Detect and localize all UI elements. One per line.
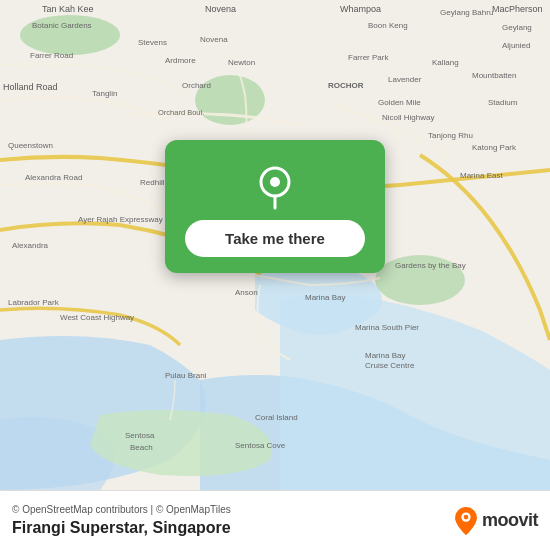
svg-text:Queenstown: Queenstown xyxy=(8,141,53,150)
svg-text:MacPherson: MacPherson xyxy=(492,4,543,14)
svg-text:Golden Mile: Golden Mile xyxy=(378,98,421,107)
svg-text:Stadium: Stadium xyxy=(488,98,518,107)
svg-text:Marina East: Marina East xyxy=(460,171,503,180)
svg-text:Botanic Gardens: Botanic Gardens xyxy=(32,21,92,30)
svg-text:Marina South Pier: Marina South Pier xyxy=(355,323,419,332)
svg-text:Tanjong Rhu: Tanjong Rhu xyxy=(428,131,473,140)
map[interactable]: Tan Kah Kee Novena Whampoa MacPherson Bo… xyxy=(0,0,550,490)
svg-text:Tan Kah Kee: Tan Kah Kee xyxy=(42,4,94,14)
svg-text:Marina Bay: Marina Bay xyxy=(305,293,345,302)
moovit-brand-text: moovit xyxy=(482,510,538,531)
svg-text:Kallang: Kallang xyxy=(432,58,459,67)
svg-text:Orchard Boul.: Orchard Boul. xyxy=(158,108,204,117)
svg-text:Newton: Newton xyxy=(228,58,255,67)
svg-text:Boon Keng: Boon Keng xyxy=(368,21,408,30)
svg-text:Farrer Road: Farrer Road xyxy=(30,51,73,60)
svg-text:Holland Road: Holland Road xyxy=(3,82,58,92)
bottom-bar: © OpenStreetMap contributors | © OpenMap… xyxy=(0,490,550,550)
svg-text:Alexandra Road: Alexandra Road xyxy=(25,173,82,182)
location-popup: Take me there xyxy=(165,140,385,273)
svg-text:Katong Park: Katong Park xyxy=(472,143,517,152)
svg-text:Tanglin: Tanglin xyxy=(92,89,117,98)
svg-text:Cruise Centre: Cruise Centre xyxy=(365,361,415,370)
svg-text:Lavender: Lavender xyxy=(388,75,422,84)
svg-text:Redhill: Redhill xyxy=(140,178,165,187)
svg-text:Pulau Brani: Pulau Brani xyxy=(165,371,207,380)
svg-text:Aljunied: Aljunied xyxy=(502,41,530,50)
svg-text:ROCHOR: ROCHOR xyxy=(328,81,364,90)
svg-text:Beach: Beach xyxy=(130,443,153,452)
svg-text:Coral Island: Coral Island xyxy=(255,413,298,422)
take-me-there-button[interactable]: Take me there xyxy=(185,220,365,257)
svg-text:Geylang Bahru: Geylang Bahru xyxy=(440,8,493,17)
svg-text:Alexandra: Alexandra xyxy=(12,241,49,250)
svg-text:Anson: Anson xyxy=(235,288,258,297)
svg-text:Ardmore: Ardmore xyxy=(165,56,196,65)
svg-text:West Coast Highway: West Coast Highway xyxy=(60,313,134,322)
moovit-logo: moovit xyxy=(452,507,538,535)
svg-text:Sentosa Cove: Sentosa Cove xyxy=(235,441,286,450)
svg-text:Novena: Novena xyxy=(205,4,236,14)
moovit-pin-icon xyxy=(452,507,480,535)
svg-text:Mountbatten: Mountbatten xyxy=(472,71,516,80)
pin-icon xyxy=(250,160,300,210)
svg-text:Ayer Rajah Expressway: Ayer Rajah Expressway xyxy=(78,215,163,224)
svg-text:Nicoll Highway: Nicoll Highway xyxy=(382,113,434,122)
svg-point-58 xyxy=(464,514,469,519)
svg-text:Marina Bay: Marina Bay xyxy=(365,351,405,360)
svg-point-56 xyxy=(270,177,280,187)
svg-text:Novena: Novena xyxy=(200,35,228,44)
svg-text:Sentosa: Sentosa xyxy=(125,431,155,440)
svg-text:Whampoa: Whampoa xyxy=(340,4,381,14)
svg-text:Gardens by the Bay: Gardens by the Bay xyxy=(395,261,466,270)
svg-text:Geylang: Geylang xyxy=(502,23,532,32)
svg-text:Farrer Park: Farrer Park xyxy=(348,53,389,62)
svg-text:Labrador Park: Labrador Park xyxy=(8,298,60,307)
svg-text:Orchard: Orchard xyxy=(182,81,211,90)
svg-text:Stevens: Stevens xyxy=(138,38,167,47)
